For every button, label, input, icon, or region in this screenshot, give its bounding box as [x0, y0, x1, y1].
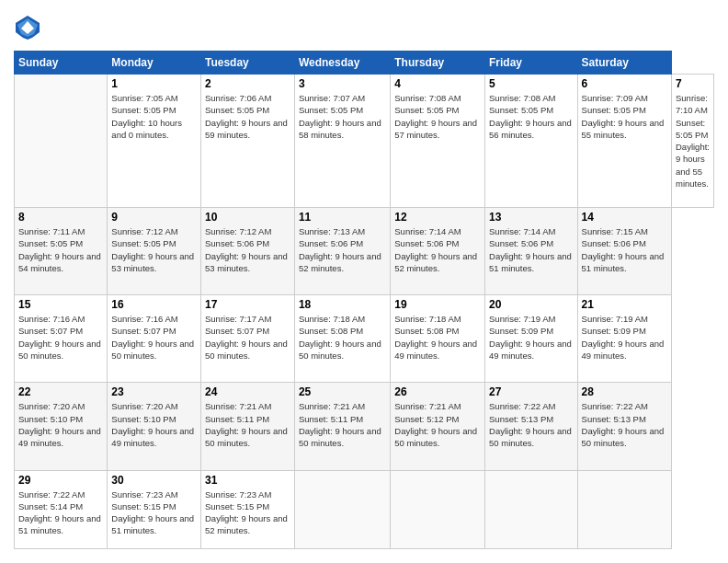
day-info: Sunrise: 7:10 AM Sunset: 5:05 PM Dayligh…	[676, 92, 710, 190]
calendar-cell: 2 Sunrise: 7:06 AM Sunset: 5:05 PM Dayli…	[200, 75, 294, 208]
calendar-cell: 10 Sunrise: 7:12 AM Sunset: 5:06 PM Dayl…	[200, 207, 294, 294]
day-info: Sunrise: 7:18 AM Sunset: 5:08 PM Dayligh…	[299, 313, 386, 362]
calendar-cell	[391, 470, 485, 548]
calendar-cell: 19 Sunrise: 7:18 AM Sunset: 5:08 PM Dayl…	[391, 295, 485, 383]
day-info: Sunrise: 7:05 AM Sunset: 5:05 PM Dayligh…	[111, 92, 197, 141]
day-number: 2	[205, 77, 290, 90]
logo	[14, 14, 45, 41]
day-info: Sunrise: 7:11 AM Sunset: 5:05 PM Dayligh…	[18, 225, 103, 274]
calendar-cell	[485, 470, 578, 548]
day-info: Sunrise: 7:19 AM Sunset: 5:09 PM Dayligh…	[489, 313, 574, 362]
calendar-cell: 18 Sunrise: 7:18 AM Sunset: 5:08 PM Dayl…	[294, 295, 390, 383]
empty-cell	[15, 75, 108, 208]
calendar-cell: 7 Sunrise: 7:10 AM Sunset: 5:05 PM Dayli…	[671, 75, 713, 208]
day-number: 8	[18, 211, 103, 224]
day-info: Sunrise: 7:20 AM Sunset: 5:10 PM Dayligh…	[111, 400, 197, 449]
day-number: 19	[394, 298, 481, 311]
calendar-cell: 16 Sunrise: 7:16 AM Sunset: 5:07 PM Dayl…	[108, 295, 201, 383]
calendar-cell: 30 Sunrise: 7:23 AM Sunset: 5:15 PM Dayl…	[108, 470, 201, 548]
day-header-thursday: Thursday	[391, 52, 485, 75]
day-info: Sunrise: 7:12 AM Sunset: 5:05 PM Dayligh…	[111, 225, 197, 274]
calendar-cell: 23 Sunrise: 7:20 AM Sunset: 5:10 PM Dayl…	[108, 383, 201, 470]
day-number: 3	[299, 77, 386, 90]
day-info: Sunrise: 7:08 AM Sunset: 5:05 PM Dayligh…	[394, 92, 481, 141]
day-number: 27	[489, 385, 574, 398]
calendar-cell: 17 Sunrise: 7:17 AM Sunset: 5:07 PM Dayl…	[200, 295, 294, 383]
calendar-cell: 12 Sunrise: 7:14 AM Sunset: 5:06 PM Dayl…	[391, 207, 485, 294]
day-info: Sunrise: 7:14 AM Sunset: 5:06 PM Dayligh…	[489, 225, 574, 274]
calendar-cell: 27 Sunrise: 7:22 AM Sunset: 5:13 PM Dayl…	[485, 383, 578, 470]
day-info: Sunrise: 7:16 AM Sunset: 5:07 PM Dayligh…	[111, 313, 197, 362]
day-header-friday: Friday	[485, 52, 578, 75]
day-info: Sunrise: 7:18 AM Sunset: 5:08 PM Dayligh…	[394, 313, 481, 362]
day-number: 9	[111, 211, 197, 224]
day-number: 6	[582, 77, 667, 90]
day-number: 5	[489, 77, 574, 90]
day-number: 15	[18, 298, 103, 311]
day-info: Sunrise: 7:23 AM Sunset: 5:15 PM Dayligh…	[111, 488, 197, 537]
day-number: 24	[205, 385, 290, 398]
calendar-cell: 24 Sunrise: 7:21 AM Sunset: 5:11 PM Dayl…	[200, 383, 294, 470]
day-info: Sunrise: 7:21 AM Sunset: 5:11 PM Dayligh…	[205, 400, 290, 449]
day-number: 12	[394, 211, 481, 224]
calendar-cell: 8 Sunrise: 7:11 AM Sunset: 5:05 PM Dayli…	[15, 207, 108, 294]
day-number: 10	[205, 211, 290, 224]
day-header-sunday: Sunday	[15, 52, 108, 75]
day-number: 26	[394, 385, 481, 398]
day-number: 22	[18, 385, 103, 398]
calendar-cell: 3 Sunrise: 7:07 AM Sunset: 5:05 PM Dayli…	[294, 75, 390, 208]
day-number: 21	[582, 298, 667, 311]
calendar-cell: 29 Sunrise: 7:22 AM Sunset: 5:14 PM Dayl…	[15, 470, 108, 548]
calendar-cell: 20 Sunrise: 7:19 AM Sunset: 5:09 PM Dayl…	[485, 295, 578, 383]
calendar-cell: 15 Sunrise: 7:16 AM Sunset: 5:07 PM Dayl…	[15, 295, 108, 383]
calendar-table: SundayMondayTuesdayWednesdayThursdayFrid…	[14, 51, 714, 549]
calendar-cell: 26 Sunrise: 7:21 AM Sunset: 5:12 PM Dayl…	[391, 383, 485, 470]
logo-icon	[14, 14, 41, 41]
calendar-cell	[294, 470, 390, 548]
day-info: Sunrise: 7:21 AM Sunset: 5:12 PM Dayligh…	[394, 400, 481, 449]
day-info: Sunrise: 7:12 AM Sunset: 5:06 PM Dayligh…	[205, 225, 290, 274]
day-info: Sunrise: 7:20 AM Sunset: 5:10 PM Dayligh…	[18, 400, 103, 449]
day-number: 31	[205, 474, 290, 487]
day-info: Sunrise: 7:23 AM Sunset: 5:15 PM Dayligh…	[205, 488, 290, 537]
calendar-cell: 1 Sunrise: 7:05 AM Sunset: 5:05 PM Dayli…	[108, 75, 201, 208]
day-number: 20	[489, 298, 574, 311]
day-info: Sunrise: 7:13 AM Sunset: 5:06 PM Dayligh…	[299, 225, 386, 274]
day-info: Sunrise: 7:09 AM Sunset: 5:05 PM Dayligh…	[582, 92, 667, 141]
day-info: Sunrise: 7:06 AM Sunset: 5:05 PM Dayligh…	[205, 92, 290, 141]
day-number: 30	[111, 474, 197, 487]
page: SundayMondayTuesdayWednesdayThursdayFrid…	[0, 0, 728, 563]
day-info: Sunrise: 7:22 AM Sunset: 5:13 PM Dayligh…	[582, 400, 667, 449]
day-info: Sunrise: 7:07 AM Sunset: 5:05 PM Dayligh…	[299, 92, 386, 141]
calendar-cell: 11 Sunrise: 7:13 AM Sunset: 5:06 PM Dayl…	[294, 207, 390, 294]
day-info: Sunrise: 7:22 AM Sunset: 5:14 PM Dayligh…	[18, 488, 103, 537]
calendar-cell: 9 Sunrise: 7:12 AM Sunset: 5:05 PM Dayli…	[108, 207, 201, 294]
day-info: Sunrise: 7:17 AM Sunset: 5:07 PM Dayligh…	[205, 313, 290, 362]
day-number: 14	[582, 211, 667, 224]
calendar-cell: 4 Sunrise: 7:08 AM Sunset: 5:05 PM Dayli…	[391, 75, 485, 208]
day-number: 11	[299, 211, 386, 224]
day-info: Sunrise: 7:14 AM Sunset: 5:06 PM Dayligh…	[394, 225, 481, 274]
calendar-cell: 31 Sunrise: 7:23 AM Sunset: 5:15 PM Dayl…	[200, 470, 294, 548]
day-number: 4	[394, 77, 481, 90]
day-number: 29	[18, 474, 103, 487]
calendar-cell: 6 Sunrise: 7:09 AM Sunset: 5:05 PM Dayli…	[577, 75, 671, 208]
calendar-cell: 28 Sunrise: 7:22 AM Sunset: 5:13 PM Dayl…	[577, 383, 671, 470]
day-header-saturday: Saturday	[577, 52, 671, 75]
day-info: Sunrise: 7:21 AM Sunset: 5:11 PM Dayligh…	[299, 400, 386, 449]
day-number: 1	[111, 77, 197, 90]
calendar-cell: 21 Sunrise: 7:19 AM Sunset: 5:09 PM Dayl…	[577, 295, 671, 383]
day-number: 28	[582, 385, 667, 398]
day-info: Sunrise: 7:08 AM Sunset: 5:05 PM Dayligh…	[489, 92, 574, 141]
day-number: 7	[676, 77, 710, 90]
header	[14, 14, 714, 41]
day-header-tuesday: Tuesday	[200, 52, 294, 75]
calendar-cell: 25 Sunrise: 7:21 AM Sunset: 5:11 PM Dayl…	[294, 383, 390, 470]
day-number: 17	[205, 298, 290, 311]
day-header-wednesday: Wednesday	[294, 52, 390, 75]
day-number: 23	[111, 385, 197, 398]
day-number: 18	[299, 298, 386, 311]
calendar-cell: 5 Sunrise: 7:08 AM Sunset: 5:05 PM Dayli…	[485, 75, 578, 208]
calendar-cell: 13 Sunrise: 7:14 AM Sunset: 5:06 PM Dayl…	[485, 207, 578, 294]
day-info: Sunrise: 7:16 AM Sunset: 5:07 PM Dayligh…	[18, 313, 103, 362]
